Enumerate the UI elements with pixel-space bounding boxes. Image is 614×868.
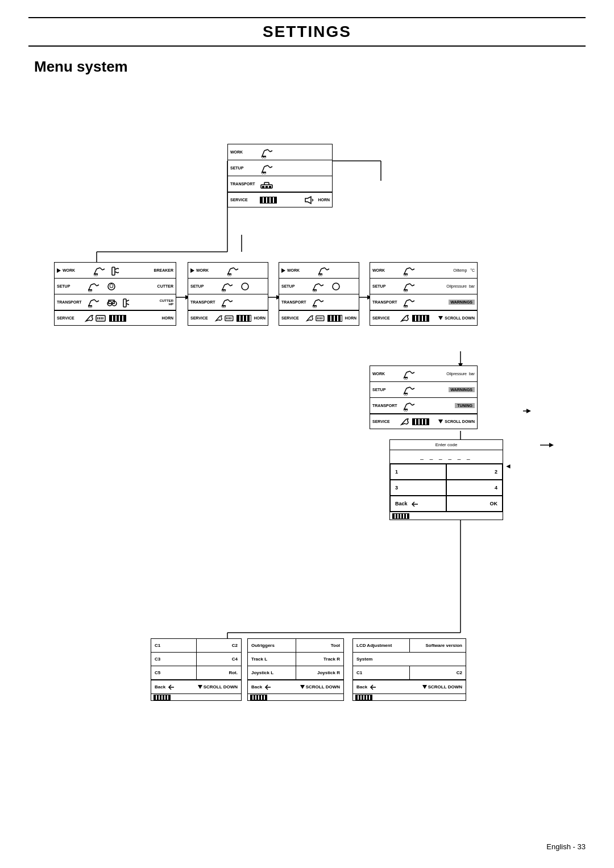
wm1-cutter: CUTTER [157, 284, 173, 288]
sm2-transport: TRANSPORT TUNING [370, 398, 477, 414]
wm2-service: SERVICE HORN [188, 310, 268, 325]
svg-line-145 [412, 269, 414, 270]
wm2-transport-label: TRANSPORT [190, 300, 220, 304]
setup-icon-top [260, 162, 276, 175]
lcd-back-label: Back [356, 684, 367, 690]
sm1-service: SERVICE SCROLL DOWN [370, 310, 477, 325]
tuning-c1: C1 [151, 639, 197, 652]
svg-line-31 [268, 149, 270, 152]
svg-line-38 [268, 165, 270, 168]
code-btn-1[interactable]: 1 [390, 464, 446, 480]
wm3-transport-label: TRANSPORT [281, 300, 311, 304]
service-bar-top [260, 197, 277, 203]
tuning-back[interactable]: Back [151, 682, 179, 692]
transport-label-top: TRANSPORT [230, 182, 260, 186]
wm1-work: WORK [55, 263, 176, 279]
transport-icon-top [260, 178, 276, 190]
svg-rect-80 [123, 299, 126, 307]
tuning-row-3: C5 Rot. [151, 666, 241, 680]
sm1-oiltemp: Oiltemp °C [453, 268, 475, 272]
svg-line-104 [225, 300, 228, 301]
sm1-work: WORK Oiltemp °C [370, 263, 477, 279]
sm1-transport-icon [402, 296, 418, 309]
code-btn-2[interactable]: 2 [446, 464, 503, 480]
menu-row-setup-top: SETUP [228, 160, 332, 176]
lcd-back[interactable]: Back [353, 682, 380, 692]
svg-line-164 [406, 371, 410, 372]
svg-point-67 [89, 290, 90, 292]
svg-line-39 [270, 167, 272, 168]
svg-line-72 [94, 300, 97, 302]
setup-panel: Outriggers Tool Track L Track R Joystick… [247, 638, 344, 701]
svg-line-95 [222, 285, 225, 290]
lcd-bar-icon [355, 695, 372, 700]
sm1-wrench [400, 314, 410, 323]
code-btn-3[interactable]: 3 [390, 480, 446, 496]
setup-back[interactable]: Back [248, 682, 275, 692]
wm3-service-label: SERVICE [281, 316, 305, 320]
setup-row-2: Track L Track R [248, 653, 343, 666]
svg-line-64 [94, 284, 97, 286]
svg-point-108 [222, 306, 224, 308]
svg-point-109 [224, 306, 226, 308]
tuning-c3: C3 [151, 653, 197, 666]
svg-line-122 [313, 285, 316, 290]
wm3-service-bar [327, 315, 342, 322]
menu-row-work-top: WORK [228, 144, 332, 160]
wm1-setup-icon2 [103, 280, 119, 293]
code-back-cell[interactable]: Back [390, 496, 446, 512]
menu-row-transport-top: TRANSPORT [228, 176, 332, 192]
svg-point-183 [406, 409, 408, 411]
svg-line-105 [228, 300, 230, 302]
service-lcd-panel: LCD Adjustment Software version System C… [352, 638, 466, 701]
svg-line-52 [100, 268, 102, 270]
code-ok-cell[interactable]: OK [446, 496, 503, 512]
svg-point-161 [404, 306, 406, 308]
svg-line-96 [225, 284, 228, 285]
wm1-transport-icon2 [103, 296, 119, 309]
sm2-transport-icon [402, 400, 418, 412]
svg-point-127 [313, 290, 315, 292]
sm2-work-icon [402, 368, 418, 380]
svg-line-178 [406, 403, 410, 404]
work-menu-1: WORK [54, 262, 176, 326]
lcd-c2: C2 [410, 666, 466, 679]
svg-line-51 [97, 268, 100, 269]
setup-footer: Back SCROLL DOWN [248, 680, 343, 693]
sm1-transport-label: TRANSPORT [372, 300, 402, 304]
horn-label-top: HORN [304, 196, 330, 205]
page-container: SETTINGS Menu system [0, 0, 614, 786]
tuning-scroll-label: SCROLL DOWN [204, 684, 238, 690]
svg-point-35 [264, 156, 266, 158]
wm3-back-icon [316, 314, 326, 323]
svg-line-150 [406, 284, 410, 285]
wm2-wrench [214, 314, 223, 323]
work-icon-top [260, 146, 276, 159]
svg-point-155 [406, 290, 408, 292]
svg-line-130 [313, 301, 316, 306]
lcd-c1: C1 [353, 666, 410, 679]
service-menu-2: WORK Oilpressure bar SETUP [370, 366, 478, 429]
arrow-work-3 [281, 268, 285, 273]
setup-back-label: Back [251, 684, 262, 690]
svg-marker-16 [526, 409, 531, 413]
svg-point-41 [262, 172, 264, 174]
setup-joystick-l: Joystick L [248, 666, 296, 679]
svg-line-152 [412, 285, 414, 286]
system-cell: System [353, 653, 466, 666]
page-footer: English - 33 [546, 842, 586, 851]
back-label: Back [395, 501, 408, 506]
tuning-footer-bar [151, 693, 241, 700]
svg-line-163 [404, 372, 406, 377]
svg-point-69 [108, 283, 115, 290]
sm2-setup-icon [402, 384, 418, 396]
wm1-transport-icon [86, 296, 102, 309]
diagram-area: WORK SETUP [28, 87, 586, 769]
wm3-transport: TRANSPORT [279, 294, 359, 310]
wm2-transport-icon [220, 296, 236, 309]
code-btn-4[interactable]: 4 [446, 480, 503, 496]
wm1-setup-icon [86, 280, 102, 293]
tuning-c4: C4 [197, 653, 242, 666]
sm1-service-bar [412, 315, 429, 322]
wm3-service: SERVICE HORN [279, 310, 359, 325]
